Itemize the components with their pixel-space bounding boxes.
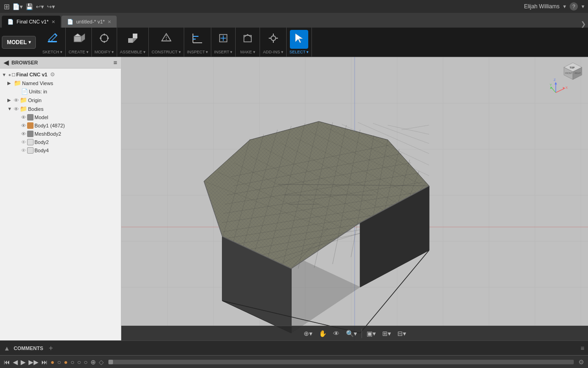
anim-icon-2[interactable]: ○ — [57, 358, 61, 366]
tree-item-units[interactable]: 📄 Units: in — [0, 87, 121, 96]
tree-item-body2[interactable]: 👁 Body2 — [0, 138, 121, 146]
user-dropdown-icon[interactable]: ▾ — [563, 3, 566, 10]
view-cube[interactable]: Z X Y TOP FR — [548, 61, 584, 98]
anim-first-btn[interactable]: ⏮ — [4, 358, 10, 366]
model-dropdown-btn[interactable]: MODEL ▾ — [2, 36, 36, 49]
anim-last-btn[interactable]: ⏭ — [41, 358, 48, 366]
svg-point-6 — [101, 34, 108, 42]
body1-label: Body1 (4872) — [34, 123, 65, 128]
select-tool-btn[interactable] — [290, 30, 308, 49]
zoom-btn[interactable]: 🔍▾ — [343, 328, 360, 339]
svg-text:RIGHT: RIGHT — [575, 72, 581, 75]
root-expand-icon[interactable]: ▼ — [2, 72, 7, 77]
units-file-icon: 📄 — [21, 88, 28, 95]
insert-tool-btn[interactable] — [214, 30, 232, 49]
browser-options-icon[interactable]: ≡ — [113, 59, 117, 66]
anim-play-btn[interactable]: ▶▶ — [28, 358, 39, 366]
units-label: Units: in — [29, 89, 47, 94]
tab-expand-icon[interactable]: ❯ — [581, 20, 586, 28]
tab-close-btn[interactable]: ✕ — [51, 19, 55, 24]
anim-icon-6[interactable]: ○ — [84, 358, 87, 366]
tab-untitled-close-btn[interactable]: ✕ — [107, 19, 111, 24]
app-grid-icon[interactable]: ⊞ — [4, 2, 10, 11]
inspect-tool-btn[interactable] — [188, 30, 207, 49]
orbit-btn[interactable]: ✋ — [316, 328, 329, 339]
tree-item-named-views[interactable]: ▶ 📁 Named Views — [0, 79, 121, 87]
anim-icon-1[interactable]: ● — [51, 358, 54, 366]
anim-icon-4[interactable]: ○ — [70, 358, 74, 366]
model-label: MODEL — [7, 39, 27, 46]
model-eye-icon[interactable]: 👁 — [21, 115, 26, 120]
undo-icon[interactable]: ↩▾ — [36, 3, 44, 10]
comments-expand-icon[interactable]: ▲ — [4, 345, 10, 352]
tree-item-origin[interactable]: ▶ 👁 📁 Origin — [0, 96, 121, 104]
snap-btn[interactable]: ⊟▾ — [395, 328, 409, 339]
help-dropdown-icon[interactable]: ▾ — [582, 3, 584, 10]
body1-eye-icon[interactable]: 👁 — [21, 123, 26, 128]
meshbody2-eye-icon[interactable]: 👁 — [21, 131, 26, 137]
comments-collapse-icon[interactable]: ≡ — [581, 345, 584, 352]
svg-point-24 — [271, 36, 276, 40]
construct-group-label: CONSTRUCT ▾ — [152, 50, 181, 54]
sketch-tool-btn[interactable] — [43, 30, 62, 49]
origin-folder-icon: 📁 — [20, 97, 27, 104]
anim-thumb[interactable] — [108, 360, 113, 364]
modify-icon — [98, 32, 111, 47]
anim-keyframe-icon[interactable]: ◇ — [99, 358, 104, 366]
modify-tool-btn[interactable] — [95, 30, 113, 49]
addins-tool-btn[interactable] — [264, 30, 283, 49]
body2-eye-icon[interactable]: 👁 — [21, 139, 26, 145]
viewport[interactable]: Z X Y TOP FR — [121, 57, 588, 340]
create-tool-btn[interactable] — [69, 30, 88, 49]
bodies-label: Bodies — [28, 106, 44, 112]
tab-file-icon: 📄 — [7, 19, 14, 25]
origin-expand-icon[interactable]: ▶ — [7, 98, 13, 103]
make-tool-btn[interactable] — [238, 30, 257, 49]
pan-btn[interactable]: ⊕▾ — [301, 328, 315, 339]
root-settings-icon[interactable]: ⚙ — [50, 71, 55, 78]
tree-item-root[interactable]: ▼ ● □ Final CNC v1 ⚙ — [0, 70, 121, 79]
anim-prev-btn[interactable]: ◀ — [13, 358, 18, 366]
anim-icon-3[interactable]: ● — [64, 358, 68, 366]
named-views-expand-icon[interactable]: ▶ — [7, 80, 13, 86]
anim-track[interactable] — [108, 360, 574, 364]
tab-untitled[interactable]: 📄 untitled-* v1* ✕ — [62, 16, 117, 28]
browser-collapse-icon[interactable]: ◀ — [4, 59, 9, 66]
tree-item-bodies[interactable]: ▼ 👁 📁 Bodies — [0, 104, 121, 113]
construct-tool-btn[interactable] — [157, 30, 175, 49]
anim-icon-5[interactable]: ○ — [77, 358, 81, 366]
help-icon[interactable]: ? — [570, 2, 578, 11]
grid-btn[interactable]: ⊞▾ — [379, 328, 394, 339]
redo-icon[interactable]: ↪▾ — [47, 3, 55, 10]
origin-eye-icon[interactable]: 👁 — [14, 98, 19, 103]
look-at-btn[interactable]: 👁 — [330, 328, 342, 339]
save-icon[interactable]: 💾 — [26, 3, 33, 10]
anim-move-icon[interactable]: ⊕ — [90, 358, 96, 366]
new-file-icon[interactable]: 📄▾ — [12, 3, 23, 10]
tree-item-meshbody2[interactable]: 👁 MeshBody2 — [0, 130, 121, 138]
assemble-tool-btn[interactable] — [124, 30, 142, 49]
addins-group-label: ADD-INS ▾ — [263, 50, 283, 54]
tab-final-cnc[interactable]: 📄 Final CNC v1* ✕ — [2, 16, 61, 28]
svg-text:FRONT: FRONT — [565, 72, 572, 75]
make-icon — [241, 32, 254, 47]
toolbar-group-select: SELECT ▾ — [287, 28, 312, 57]
comments-add-btn[interactable]: + — [49, 344, 53, 352]
3d-model[interactable] — [167, 94, 489, 340]
svg-marker-25 — [295, 34, 303, 43]
tree-item-body1[interactable]: 👁 Body1 (4872) — [0, 121, 121, 130]
bodies-expand-icon[interactable]: ▼ — [7, 106, 13, 111]
tree-item-model[interactable]: 👁 Model — [0, 113, 121, 121]
tab-label: Final CNC v1* — [17, 19, 49, 24]
bodies-eye-icon[interactable]: 👁 — [14, 106, 19, 112]
tree-item-body4[interactable]: 👁 Body4 — [0, 146, 121, 155]
anim-settings-btn[interactable]: ⚙ — [578, 358, 584, 366]
svg-text:TOP: TOP — [570, 66, 575, 69]
body4-eye-icon[interactable]: 👁 — [21, 148, 26, 153]
meshbody2-icon — [27, 131, 34, 137]
zoom-icon: 🔍▾ — [346, 330, 357, 337]
display-btn[interactable]: ▣▾ — [364, 328, 379, 339]
anim-next-btn[interactable]: ▶ — [21, 358, 26, 366]
insert-group-label: INSERT ▾ — [214, 50, 232, 54]
svg-rect-11 — [128, 38, 133, 43]
